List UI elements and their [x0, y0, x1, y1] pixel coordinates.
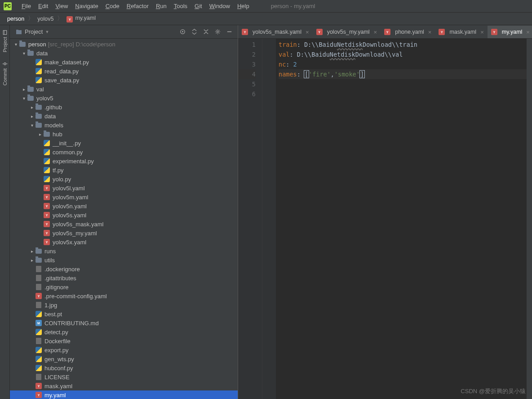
tree-item-yolov5s.yaml[interactable]: ▸Yyolov5s.yaml: [10, 211, 238, 220]
tree-item-tf.py[interactable]: ▸tf.py: [10, 166, 238, 175]
code-text[interactable]: train: D:\\BaiduNetdiskDownload\\train v…: [276, 39, 527, 399]
tab-phone.yaml[interactable]: Yphone.yaml×: [381, 26, 435, 38]
scrollbar[interactable]: [527, 39, 532, 399]
tree-item-runs[interactable]: ▸runs: [10, 247, 238, 256]
tree-item-.gitattributes[interactable]: ▸.gitattributes: [10, 273, 238, 282]
chevron-down-icon: ▼: [45, 30, 49, 34]
expand-all-icon[interactable]: [188, 27, 200, 37]
menu-git[interactable]: Git: [191, 1, 206, 11]
sidebar-header: Project ▼: [10, 25, 238, 39]
rail-tab-commit[interactable]: Commit: [1, 58, 9, 88]
menubar: PC FileEditViewNavigateCodeRefactorRunTo…: [0, 0, 532, 13]
tree-item-LICENSE[interactable]: ▸LICENSE: [10, 372, 238, 381]
svg-rect-10: [227, 31, 231, 32]
tree-item-.pre-commit-config.yaml[interactable]: ▸Y.pre-commit-config.yaml: [10, 291, 238, 300]
tree-item-utils[interactable]: ▸utils: [10, 256, 238, 265]
tree-item-make_dataset.py[interactable]: ▸make_dataset.py: [10, 58, 238, 67]
project-dropdown[interactable]: Project ▼: [13, 27, 52, 37]
tree-item-experimental.py[interactable]: ▸experimental.py: [10, 157, 238, 166]
tree-item-.gitignore[interactable]: ▸.gitignore: [10, 282, 238, 291]
menu-window[interactable]: Window: [206, 1, 234, 11]
tree-item-val[interactable]: ▸val: [10, 85, 238, 94]
menu-refactor[interactable]: Refactor: [123, 1, 152, 11]
close-icon[interactable]: ×: [428, 29, 432, 36]
tree-item-yolov5x.yaml[interactable]: ▸Yyolov5x.yaml: [10, 238, 238, 247]
tool-window-rail: Project Commit: [0, 25, 10, 399]
close-icon[interactable]: ×: [480, 29, 484, 36]
crumb-yolov5[interactable]: yolov5: [35, 14, 56, 23]
tree-item-my.yaml[interactable]: ▸Ymy.yaml: [10, 390, 238, 399]
tab-yolov5s_my.yaml[interactable]: Yyolov5s_my.yaml×: [313, 26, 381, 38]
project-sidebar: Project ▼ ▾person[src_repo]D:\code\perso…: [10, 25, 238, 399]
hide-icon[interactable]: [223, 27, 235, 37]
tree-item-yolo.py[interactable]: ▸yolo.py: [10, 175, 238, 184]
tree-item-yolov5s_mask.yaml[interactable]: ▸Yyolov5s_mask.yaml: [10, 220, 238, 229]
tree-item-.github[interactable]: ▸.github: [10, 103, 238, 112]
tree-item-__init__.py[interactable]: ▸__init__.py: [10, 139, 238, 148]
tree-item-.dockerignore[interactable]: ▸.dockerignore: [10, 265, 238, 273]
chevron-icon: ▸: [21, 87, 27, 92]
gear-icon[interactable]: [212, 27, 223, 37]
project-rail-icon: [2, 30, 8, 35]
menu-help[interactable]: Help: [234, 1, 253, 11]
menu-run[interactable]: Run: [152, 1, 170, 11]
select-opened-file-icon[interactable]: [177, 27, 188, 37]
tab-mask.yaml[interactable]: Ymask.yaml×: [435, 26, 487, 38]
tree-item-yolov5m.yaml[interactable]: ▸Yyolov5m.yaml: [10, 193, 238, 202]
close-icon[interactable]: ×: [306, 29, 309, 36]
tree-item-models[interactable]: ▾models: [10, 121, 238, 130]
yaml-file-icon: Y: [242, 29, 248, 35]
tree-item-Dockerfile[interactable]: ▸Dockerfile: [10, 336, 238, 345]
tree-item-gen_wts.py[interactable]: ▸gen_wts.py: [10, 354, 238, 363]
menu-code[interactable]: Code: [102, 1, 123, 11]
tree-item-detect.py[interactable]: ▸detect.py: [10, 327, 238, 336]
tree-item-read_data.py[interactable]: ▸read_data.py: [10, 67, 238, 76]
chevron-icon: ▾: [21, 96, 27, 101]
svg-point-2: [4, 63, 6, 65]
tab-my.yaml[interactable]: Ymy.yaml×: [488, 26, 532, 38]
chevron-icon: ▾: [21, 51, 27, 56]
close-icon[interactable]: ×: [374, 29, 377, 36]
project-icon: [15, 28, 22, 36]
project-tree[interactable]: ▾person[src_repo]D:\code\person▾data▸mak…: [10, 39, 238, 399]
tree-item-hub[interactable]: ▸hub: [10, 130, 238, 139]
tree-item-yolov5l.yaml[interactable]: ▸Yyolov5l.yaml: [10, 184, 238, 193]
chevron-icon: ▸: [29, 114, 35, 119]
menu-file[interactable]: File: [18, 1, 35, 11]
menu-view[interactable]: View: [52, 1, 71, 11]
menu-tools[interactable]: Tools: [170, 1, 191, 11]
tab-yolov5s_mask.yaml[interactable]: Yyolov5s_mask.yaml×: [238, 26, 313, 38]
tree-item-hubconf.py[interactable]: ▸hubconf.py: [10, 363, 238, 372]
menu-navigate[interactable]: Navigate: [71, 1, 102, 11]
tree-item-data[interactable]: ▸data: [10, 112, 238, 121]
breadcrumb: person 〉 yolov5 〉 Ymy.yaml: [0, 13, 532, 25]
close-icon[interactable]: ×: [526, 29, 530, 36]
collapse-all-icon[interactable]: [200, 27, 212, 37]
code-area[interactable]: 123456 train: D:\\BaiduNetdiskDownload\\…: [238, 39, 532, 399]
window-title: person - my.yaml: [271, 3, 315, 9]
rail-tab-project[interactable]: Project: [1, 27, 9, 55]
tree-item-1.jpg[interactable]: ▸1.jpg: [10, 300, 238, 309]
svg-point-9: [217, 31, 218, 33]
app-logo-icon: PC: [4, 2, 12, 10]
yaml-file-icon: Y: [439, 29, 445, 35]
yaml-file-icon: Y: [66, 16, 73, 22]
tree-item-mask.yaml[interactable]: ▸Ymask.yaml: [10, 381, 238, 390]
chevron-icon: ▾: [29, 123, 35, 128]
tree-item-yolov5n.yaml[interactable]: ▸Yyolov5n.yaml: [10, 202, 238, 211]
tree-item-person[interactable]: ▾person[src_repo]D:\code\person: [10, 40, 238, 49]
chevron-icon: ▾: [13, 42, 19, 47]
tree-item-best.pt[interactable]: ▸best.pt: [10, 309, 238, 318]
menu-edit[interactable]: Edit: [35, 1, 52, 11]
tree-item-export.py[interactable]: ▸export.py: [10, 345, 238, 354]
crumb-person[interactable]: person: [4, 14, 27, 23]
tree-item-data[interactable]: ▾data: [10, 49, 238, 58]
tree-item-common.py[interactable]: ▸common.py: [10, 148, 238, 157]
tree-item-CONTRIBUTING.md[interactable]: ▸MCONTRIBUTING.md: [10, 318, 238, 327]
editor: Yyolov5s_mask.yaml×Yyolov5s_my.yaml×Ypho…: [238, 25, 532, 399]
crumb-file[interactable]: Ymy.yaml: [64, 13, 98, 24]
tree-item-save_data.py[interactable]: ▸save_data.py: [10, 76, 238, 85]
tree-item-yolov5s_my.yaml[interactable]: ▸Yyolov5s_my.yaml: [10, 229, 238, 238]
chevron-icon: ▸: [29, 249, 35, 254]
tree-item-yolov5[interactable]: ▾yolov5: [10, 94, 238, 103]
